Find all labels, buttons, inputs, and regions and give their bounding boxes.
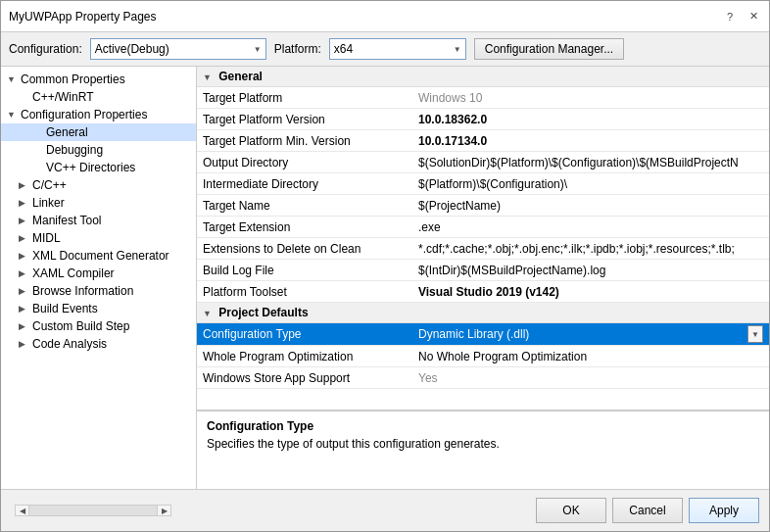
dropdown-arrow[interactable]: ▼ bbox=[747, 325, 763, 343]
apply-button[interactable]: Apply bbox=[689, 498, 759, 523]
sidebar-label-custom-build-step: Custom Build Step bbox=[32, 319, 129, 333]
right-panel: ▼ General Target PlatformWindows 10Targe… bbox=[197, 67, 769, 489]
arrow-code-analysis bbox=[19, 339, 32, 349]
config-bar: Configuration: Active(Debug) ▼ Platform:… bbox=[1, 32, 769, 67]
sidebar-item-xaml-compiler[interactable]: XAML Compiler bbox=[1, 265, 196, 282]
table-row[interactable]: Build Log File$(IntDir)$(MSBuildProjectN… bbox=[197, 260, 769, 281]
arrow-common-properties bbox=[7, 74, 21, 84]
prop-value: $(IntDir)$(MSBuildProjectName).log bbox=[412, 260, 769, 281]
table-row[interactable]: Windows Store App SupportYes bbox=[197, 367, 769, 389]
prop-name: Target Platform bbox=[197, 87, 412, 109]
help-button[interactable]: ? bbox=[722, 9, 738, 24]
config-dropdown-arrow: ▼ bbox=[254, 45, 262, 54]
general-section-header[interactable]: ▼ General bbox=[197, 67, 769, 87]
sidebar-item-c-cpp[interactable]: C/C++ bbox=[1, 176, 196, 194]
ok-button[interactable]: OK bbox=[536, 498, 606, 523]
sidebar-item-cpp-winrt[interactable]: C++/WinRT bbox=[1, 88, 196, 106]
arrow-linker bbox=[19, 198, 32, 208]
sidebar-label-common-properties: Common Properties bbox=[21, 73, 125, 86]
sidebar-label-c-cpp: C/C++ bbox=[32, 178, 67, 192]
sidebar-item-custom-build-step[interactable]: Custom Build Step bbox=[1, 317, 196, 335]
table-row[interactable]: Target Platform Min. Version10.0.17134.0 bbox=[197, 130, 769, 152]
arrow-browse-info bbox=[19, 286, 32, 296]
sidebar-item-xml-doc-gen[interactable]: XML Document Generator bbox=[1, 247, 196, 265]
table-row[interactable]: Platform ToolsetVisual Studio 2019 (v142… bbox=[197, 281, 769, 303]
sidebar-item-debugging[interactable]: Debugging bbox=[1, 141, 196, 159]
prop-name: Configuration Type bbox=[197, 323, 412, 346]
sidebar-item-browse-info[interactable]: Browse Information bbox=[1, 282, 196, 300]
arrow-manifest-tool bbox=[19, 216, 32, 225]
table-row[interactable]: Whole Program OptimizationNo Whole Progr… bbox=[197, 346, 769, 367]
general-section-label: General bbox=[218, 70, 263, 83]
sidebar-item-manifest-tool[interactable]: Manifest Tool bbox=[1, 212, 196, 229]
prop-value: $(ProjectName) bbox=[412, 195, 769, 217]
prop-name: Target Platform Min. Version bbox=[197, 130, 412, 152]
sidebar-label-vcpp-dirs: VC++ Directories bbox=[46, 161, 135, 174]
table-row[interactable]: Extensions to Delete on Clean*.cdf;*.cac… bbox=[197, 238, 769, 260]
scroll-right-arrow[interactable]: ▶ bbox=[157, 506, 170, 515]
sidebar-item-config-properties[interactable]: Configuration Properties bbox=[1, 106, 196, 123]
platform-dropdown-arrow: ▼ bbox=[454, 45, 461, 54]
platform-value: x64 bbox=[334, 42, 450, 56]
prop-name: Target Name bbox=[197, 195, 412, 217]
prop-value: 10.0.18362.0 bbox=[412, 109, 769, 130]
prop-value: .exe bbox=[412, 217, 769, 238]
prop-name: Windows Store App Support bbox=[197, 367, 412, 389]
prop-name: Platform Toolset bbox=[197, 281, 412, 303]
table-row[interactable]: Target Extension.exe bbox=[197, 217, 769, 238]
prop-value: Dynamic Library (.dll)▼ bbox=[412, 323, 769, 346]
close-button[interactable]: ✕ bbox=[746, 9, 761, 24]
description-text: Specifies the type of output this config… bbox=[207, 437, 759, 451]
platform-select[interactable]: x64 ▼ bbox=[329, 38, 466, 60]
sidebar-item-midl[interactable]: MIDL bbox=[1, 229, 196, 247]
general-section-toggle: ▼ bbox=[203, 73, 212, 82]
sidebar-item-linker[interactable]: Linker bbox=[1, 194, 196, 212]
main-content: Common PropertiesC++/WinRTConfiguration … bbox=[1, 67, 769, 489]
properties-table: ▼ General Target PlatformWindows 10Targe… bbox=[197, 67, 769, 411]
sidebar-label-xaml-compiler: XAML Compiler bbox=[32, 266, 115, 280]
scroll-left-arrow[interactable]: ◀ bbox=[16, 506, 29, 515]
project-defaults-section-header[interactable]: ▼ Project Defaults bbox=[197, 303, 769, 323]
sidebar-label-debugging: Debugging bbox=[46, 143, 103, 157]
prop-name: Extensions to Delete on Clean bbox=[197, 238, 412, 260]
prop-value: 10.0.17134.0 bbox=[412, 130, 769, 152]
arrow-xml-doc-gen bbox=[19, 251, 32, 261]
cancel-button[interactable]: Cancel bbox=[612, 498, 683, 523]
configuration-select[interactable]: Active(Debug) ▼ bbox=[90, 38, 266, 60]
table-row[interactable]: Target Platform Version10.0.18362.0 bbox=[197, 109, 769, 130]
sidebar-item-code-analysis[interactable]: Code Analysis bbox=[1, 335, 196, 353]
prop-value: Windows 10 bbox=[412, 87, 769, 109]
prop-value: $(SolutionDir)$(Platform)\$(Configuratio… bbox=[412, 152, 769, 173]
prop-name: Build Log File bbox=[197, 260, 412, 281]
table-row[interactable]: Configuration TypeDynamic Library (.dll)… bbox=[197, 323, 769, 346]
table-row[interactable]: Target PlatformWindows 10 bbox=[197, 87, 769, 109]
table-row[interactable]: Intermediate Directory$(Platform)\$(Conf… bbox=[197, 173, 769, 195]
title-bar-controls: ? ✕ bbox=[722, 9, 761, 24]
table-row[interactable]: Target Name$(ProjectName) bbox=[197, 195, 769, 217]
sidebar-label-build-events: Build Events bbox=[32, 302, 98, 315]
prop-name: Target Platform Version bbox=[197, 109, 412, 130]
sidebar-item-common-properties[interactable]: Common Properties bbox=[1, 71, 196, 88]
prop-value: No Whole Program Optimization bbox=[412, 346, 769, 367]
window-title: MyUWPApp Property Pages bbox=[9, 10, 157, 24]
arrow-midl bbox=[19, 233, 32, 243]
sidebar-item-vcpp-dirs[interactable]: VC++ Directories bbox=[1, 159, 196, 176]
sidebar-label-cpp-winrt: C++/WinRT bbox=[32, 90, 93, 104]
prop-value: Visual Studio 2019 (v142) bbox=[412, 281, 769, 303]
prop-name: Output Directory bbox=[197, 152, 412, 173]
sidebar-label-general: General bbox=[46, 125, 88, 139]
description-panel: Configuration Type Specifies the type of… bbox=[197, 411, 769, 489]
prop-value: *.cdf;*.cache;*.obj;*.obj.enc;*.ilk;*.ip… bbox=[412, 238, 769, 260]
sidebar-item-build-events[interactable]: Build Events bbox=[1, 300, 196, 317]
table-row[interactable]: Output Directory$(SolutionDir)$(Platform… bbox=[197, 152, 769, 173]
platform-label: Platform: bbox=[274, 42, 321, 56]
sidebar-label-browse-info: Browse Information bbox=[32, 284, 133, 298]
bottom-bar: ◀ ▶ OK Cancel Apply bbox=[1, 489, 769, 531]
arrow-config-properties bbox=[7, 110, 21, 120]
dropdown-value: Dynamic Library (.dll) bbox=[418, 327, 529, 341]
sidebar-label-linker: Linker bbox=[32, 196, 65, 210]
prop-value: $(Platform)\$(Configuration)\ bbox=[412, 173, 769, 195]
config-manager-button[interactable]: Configuration Manager... bbox=[474, 38, 624, 60]
prop-name: Target Extension bbox=[197, 217, 412, 238]
sidebar-item-general[interactable]: General bbox=[1, 123, 196, 141]
